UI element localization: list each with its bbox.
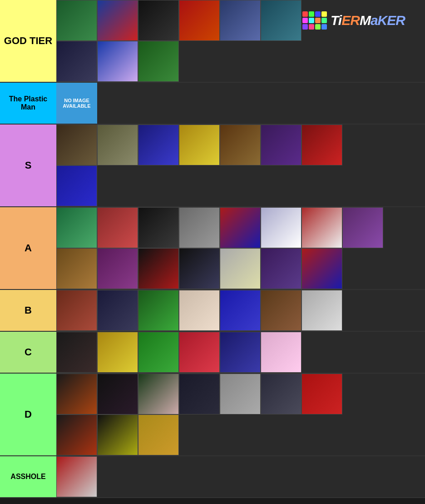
tiermaker-logo-text: TiERMaKER <box>331 13 405 28</box>
char-firebird-d[interactable] <box>56 414 97 455</box>
char-superman[interactable] <box>97 0 138 41</box>
logo-dot-1 <box>302 11 308 17</box>
a-tier-row2 <box>56 248 383 289</box>
char-question[interactable] <box>220 0 261 41</box>
d-tier-row2 <box>56 414 342 455</box>
char-aquaman-c[interactable] <box>97 332 138 373</box>
tier-row-asshole: ASSHOLE <box>0 456 425 498</box>
no-image-text: NO IMAGE AVAILABLE <box>58 98 95 109</box>
logo-area: TiERMaKER <box>301 0 406 41</box>
char-red-tornado-a[interactable] <box>301 207 342 248</box>
tier-row-c: C <box>0 332 425 374</box>
char-steel[interactable] <box>179 207 220 248</box>
char-captain-marvel[interactable] <box>220 207 261 248</box>
char-robot-b[interactable] <box>301 290 342 331</box>
tier-content-god: TiERMaKER <box>56 0 425 82</box>
char-captain-atom[interactable] <box>220 374 261 414</box>
tier-label-s: S <box>0 125 56 206</box>
char-supergirl-b[interactable] <box>220 290 261 331</box>
char-black-canary[interactable] <box>220 248 261 289</box>
tier-label-asshole: ASSHOLE <box>0 456 56 497</box>
char-flash[interactable] <box>179 0 220 41</box>
char-question-b[interactable] <box>56 290 97 331</box>
tier-label-d: D <box>0 374 56 455</box>
char-lobo-asshole[interactable] <box>56 456 97 497</box>
tier-label-c: C <box>0 332 56 373</box>
char-zatanna[interactable] <box>138 248 179 289</box>
char-atom-c[interactable] <box>179 332 220 373</box>
tier-content-c <box>56 332 425 373</box>
char-stars-stripes[interactable] <box>220 332 261 373</box>
logo-dot-6 <box>309 18 314 23</box>
char-aquaman[interactable] <box>56 207 97 248</box>
tier-row-b: B <box>0 290 425 332</box>
char-red-tornado-d[interactable] <box>301 374 342 414</box>
char-rocket[interactable] <box>342 207 383 248</box>
char-poison-ivy[interactable] <box>138 290 179 331</box>
logo-dot-4 <box>321 11 327 17</box>
char-shining-knight[interactable] <box>97 125 138 165</box>
logo-dot-3 <box>315 11 321 17</box>
char-rocket-red[interactable] <box>97 207 138 248</box>
tier-content-plastic: NO IMAGE AVAILABLE <box>56 83 425 124</box>
char-hawkgirl-b[interactable] <box>261 290 301 331</box>
char-batman-beyond[interactable] <box>97 374 138 414</box>
er-text: ER <box>341 13 360 28</box>
char-wonder-woman[interactable] <box>301 248 342 289</box>
char-vigilante-d[interactable] <box>261 374 301 414</box>
char-atom[interactable] <box>261 0 301 41</box>
char-galatea[interactable] <box>179 290 220 331</box>
c-tier-row1 <box>56 332 301 373</box>
char-wonder-woman-d[interactable] <box>138 374 179 414</box>
char-vixen-a[interactable] <box>261 248 301 289</box>
tier-row-d: D <box>0 374 425 456</box>
char-speedy[interactable] <box>179 248 220 289</box>
d-tier-row1 <box>56 374 342 414</box>
tier-label-plastic: The Plastic Man <box>0 83 56 124</box>
aker-text: aKER <box>371 13 405 28</box>
char-green-lantern[interactable] <box>56 0 97 41</box>
char-hawkgirl-a[interactable] <box>56 248 97 289</box>
char-batman-d[interactable] <box>179 374 220 414</box>
char-cyborg-superman[interactable] <box>56 41 97 82</box>
char-green-arrow[interactable] <box>138 41 179 82</box>
char-batman[interactable] <box>138 0 179 41</box>
a-tier-row1 <box>56 207 383 248</box>
char-apache-chief[interactable] <box>220 125 261 165</box>
char-blue-beetle[interactable] <box>56 165 97 206</box>
char-huntress[interactable] <box>138 207 179 248</box>
logo-dot-10 <box>309 24 314 30</box>
char-aquaman-c2[interactable] <box>138 332 179 373</box>
char-stargirl[interactable] <box>138 125 179 165</box>
char-raven[interactable] <box>261 125 301 165</box>
tier-text: Ti <box>331 13 341 28</box>
a-tier-rows <box>56 207 383 289</box>
char-hawkgirl-d[interactable] <box>97 414 138 455</box>
char-sinestro[interactable] <box>261 332 301 373</box>
char-supergirl[interactable] <box>97 41 138 82</box>
d-tier-rows <box>56 374 342 455</box>
char-red-tornado-s[interactable] <box>301 125 342 165</box>
char-etrigan[interactable] <box>97 248 138 289</box>
logo-dot-8 <box>321 18 327 23</box>
tier-row-god: GOD TIER <box>0 0 425 83</box>
char-lobo[interactable] <box>56 332 97 373</box>
char-dr-light[interactable] <box>261 207 301 248</box>
tier-label-b: B <box>0 290 56 331</box>
b-tier-row1 <box>56 290 342 331</box>
tier-list: GOD TIER <box>0 0 425 498</box>
char-fire-d[interactable] <box>56 374 97 414</box>
char-amazo[interactable] <box>97 290 138 331</box>
tier-content-a <box>56 207 425 289</box>
char-plastic-man-placeholder[interactable]: NO IMAGE AVAILABLE <box>56 83 97 124</box>
maker-text: M <box>360 13 371 28</box>
tier-content-s <box>56 125 425 206</box>
char-booster-gold[interactable] <box>179 125 220 165</box>
s-tier-row1 <box>56 125 342 165</box>
tier-row-s: S <box>0 125 425 207</box>
tier-row-plastic: The Plastic Man NO IMAGE AVAILABLE <box>0 83 425 125</box>
char-vigilante[interactable] <box>56 125 97 165</box>
logo-dot-12 <box>321 24 327 30</box>
tier-content-asshole <box>56 456 425 497</box>
char-aquaman-d[interactable] <box>138 414 179 455</box>
